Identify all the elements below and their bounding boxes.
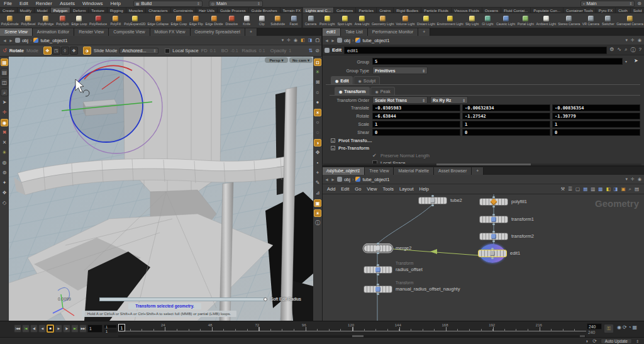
message-bubble-icon[interactable]: ◗ [586, 338, 589, 344]
shelf-tool[interactable]: PolyBridge [36, 16, 55, 26]
pane-tab[interactable]: Material Palette [394, 167, 434, 175]
transport-button[interactable]: ■ [47, 325, 54, 333]
soft-radius-handle[interactable] [264, 297, 267, 301]
network-toolbar-icon[interactable]: ▥ [591, 186, 595, 192]
xform-order-dropdown[interactable]: Scale Rot Trans⇕ [372, 96, 428, 104]
pane-tab[interactable]: Render View [74, 28, 109, 36]
network-node[interactable]: polyfill1 [479, 198, 508, 206]
radius-value[interactable]: 0.1 [259, 48, 268, 53]
network-toolbar-icon[interactable]: ⌕ [629, 186, 631, 192]
shelf-tool[interactable]: Edge Flip [188, 16, 204, 26]
shelf-tab[interactable]: Constraints [171, 8, 196, 13]
shelf-tab[interactable]: Muscles [126, 8, 147, 13]
pane-split-icon[interactable]: ◧ [301, 38, 305, 43]
mode-tab[interactable]: ◉Sculpt [353, 76, 380, 84]
back-icon[interactable]: ◄ [325, 38, 329, 43]
chevron-down-icon[interactable]: ▾ [626, 38, 628, 43]
main-menu-selector[interactable]: ◎ Main ⇕ [209, 1, 263, 7]
pane-tab[interactable]: Geometry Spreadsheet [191, 28, 245, 36]
pane-tab[interactable]: Performance Monitor [368, 28, 418, 36]
shelf-tab[interactable]: Guide Process [218, 8, 249, 13]
breadcrumb-node[interactable]: tube_object1 [362, 38, 389, 43]
playbar-option-icon[interactable]: ◔ [628, 325, 631, 330]
collapsible-section[interactable]: + Pre-Transform [331, 145, 639, 152]
shelf-tool[interactable]: Geometry Light [370, 16, 394, 26]
shelf-tool[interactable]: Knife [239, 16, 254, 26]
shelf-tool[interactable]: Caustic Light [495, 16, 516, 26]
playbar-option-icon[interactable]: ▦ [633, 325, 638, 330]
pane-tab[interactable]: Tree View [365, 167, 394, 175]
shelf-tool[interactable]: Camera [303, 16, 318, 26]
pane-divider-horizontal[interactable] [322, 165, 644, 167]
refresh-icon[interactable]: ⟳ [592, 338, 597, 344]
shelf-tab[interactable]: Model [35, 8, 51, 13]
forward-icon[interactable]: ► [9, 38, 13, 43]
viewport-canvas[interactable] [9, 57, 313, 321]
shelf-tab[interactable]: Collisions [334, 8, 356, 13]
network-node[interactable]: merge2 [364, 245, 392, 252]
handle-option-button[interactable]: ✥ [43, 47, 52, 55]
display-option-icon[interactable]: ⊠ [314, 79, 321, 86]
display-option-icon[interactable]: ☀ [314, 109, 321, 116]
shelf-tool[interactable]: Area Light [353, 16, 371, 26]
param-header-icon[interactable]: ∿ [617, 47, 621, 53]
node-input[interactable] [377, 243, 379, 245]
shelf-tab[interactable]: Polygon [51, 8, 70, 13]
network-node[interactable]: edit1 [478, 250, 507, 257]
viewport-tool-icon[interactable]: ◫ [1, 79, 8, 86]
breadcrumb-context[interactable]: obj [344, 38, 350, 43]
node-output[interactable] [377, 252, 379, 254]
help-icon[interactable]: ⊛ [637, 1, 641, 6]
current-frame-field[interactable]: 1 [87, 325, 103, 333]
param-field-z[interactable]: 1 [552, 121, 640, 128]
shelf-tool[interactable]: PolyFill [108, 16, 123, 26]
node-input[interactable] [492, 231, 495, 233]
network-graph[interactable]: Geometry tube2 [322, 194, 644, 321]
shelf-tab[interactable]: Rigging [108, 8, 126, 13]
shelf-tab[interactable]: Container Tools [564, 8, 596, 13]
subtab[interactable]: ◉Transform [335, 87, 370, 95]
shelf-tool[interactable]: Sky Light [464, 16, 480, 26]
viewport-tool-icon[interactable]: ⌕ [1, 89, 8, 96]
breadcrumb-node[interactable]: tube_object1 [362, 177, 389, 182]
transport-button[interactable]: |▶ [63, 325, 70, 333]
display-option-icon[interactable]: ⌖ [314, 169, 321, 177]
shelf-tool[interactable]: Subdivide [269, 16, 286, 26]
soft-radius-slider[interactable] [99, 297, 265, 301]
pane-tab[interactable]: Animation Editor [33, 28, 74, 36]
sort-icon[interactable]: ⇅ [309, 48, 313, 53]
playback-end-field[interactable]: 240 [587, 323, 602, 330]
display-option-icon[interactable]: ⓘ [314, 219, 321, 227]
shelf-tool[interactable]: Gamepad Camera [616, 16, 644, 26]
param-field-x[interactable]: -6.63844 [372, 113, 460, 119]
handle-option-button[interactable]: ❖ [70, 47, 78, 55]
param-field-y[interactable]: 1 [462, 121, 550, 128]
viewport-tool-icon[interactable]: ⊚ [1, 169, 8, 177]
collapsible-section[interactable]: + Pivot Transfo.... [331, 137, 639, 145]
shelf-tool[interactable]: Volume Light [395, 16, 416, 26]
display-option-icon[interactable]: ✥ [314, 149, 321, 157]
display-option-icon[interactable]: ○ [314, 119, 321, 126]
shelf-tab[interactable]: Terrain FX [280, 8, 301, 13]
maximize-pane-icon[interactable]: ▢ [315, 38, 319, 43]
group-type-dropdown[interactable]: Primitives ⇕ [372, 67, 428, 74]
shelf-tool[interactable]: Facet [286, 16, 301, 26]
shelf-tool[interactable]: Clip [254, 16, 269, 26]
viewport-tool-icon[interactable]: ▤ [1, 69, 8, 76]
viewport-tool-icon[interactable]: ✖ [1, 129, 8, 136]
shelf-tab[interactable]: Characters [146, 8, 170, 13]
pane-tab[interactable]: + [245, 28, 257, 36]
subtab[interactable]: ◉Peak [370, 87, 394, 95]
node-input[interactable] [492, 196, 495, 198]
transport-button[interactable]: ▶ [55, 325, 62, 333]
shelf-tool[interactable]: Spot Light [336, 16, 353, 26]
shelf-tool[interactable]: GI Light [480, 16, 495, 26]
network-node[interactable]: tube2 [418, 197, 447, 204]
param-field-x[interactable]: 1 [372, 121, 460, 128]
viewport-tool-icon[interactable]: ▦ [1, 58, 8, 66]
shelf-tab[interactable]: Oceans [482, 8, 501, 13]
pin-icon[interactable]: ✛ [631, 38, 635, 43]
menu-item[interactable]: Assets [56, 1, 79, 6]
param-field-y[interactable]: -0.00632834 [462, 104, 550, 111]
shelf-tab[interactable]: Pyro FX [596, 8, 616, 13]
